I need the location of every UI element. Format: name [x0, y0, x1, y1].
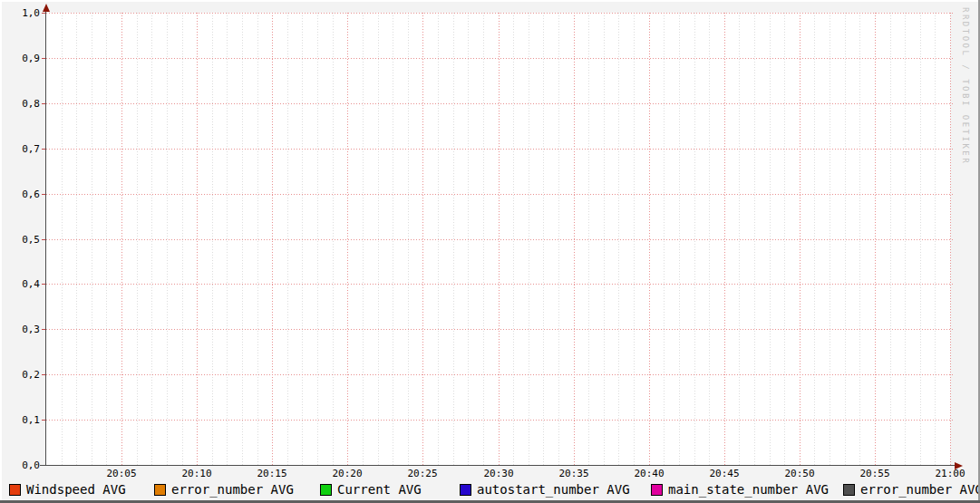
legend-label: Current AVG	[337, 483, 422, 497]
x-tick-label: 20:55	[859, 469, 889, 479]
rrdtool-watermark: RRDTOOL / TOBI OETIKER	[961, 7, 970, 165]
y-tick-label: 0,8	[0, 99, 40, 109]
legend-label: autostart_number AVG	[477, 483, 630, 497]
bevel-top	[0, 0, 980, 2]
x-tick-label: 20:15	[257, 469, 286, 479]
legend-swatch	[843, 484, 855, 496]
x-tick-label: 20:30	[483, 469, 513, 479]
legend-item: Windspeed AVG	[9, 482, 126, 498]
gridline-horizontal-major	[46, 374, 954, 375]
x-tick-label: 20:20	[332, 469, 362, 479]
x-tick-label: 20:05	[106, 469, 136, 479]
y-axis-line	[45, 8, 46, 466]
x-axis-line	[40, 465, 956, 466]
legend-item: error_number AVG	[154, 482, 294, 498]
legend-swatch	[9, 484, 21, 496]
legend-swatch	[460, 484, 471, 496]
x-tick-label: 20:40	[634, 469, 664, 479]
gridline-horizontal-major	[46, 103, 954, 104]
gridline-horizontal-major	[46, 58, 954, 59]
legend-label: error_number AVG	[860, 483, 980, 497]
gridline-horizontal-major	[46, 194, 954, 195]
legend-label: error_number AVG	[171, 483, 294, 497]
y-tick-label: 0,7	[0, 144, 40, 154]
gridline-horizontal-major	[46, 239, 954, 240]
y-tick-label: 0,3	[0, 324, 40, 334]
legend-item: error_number AVG	[843, 482, 980, 498]
y-tick-label: 0,4	[0, 279, 40, 289]
x-tick-label: 20:25	[407, 469, 437, 479]
y-axis-arrow-icon	[43, 4, 50, 12]
x-tick-label: 20:50	[784, 469, 814, 479]
x-tick-label: 20:45	[709, 469, 739, 479]
gridline-horizontal-major	[46, 329, 954, 330]
gridline-horizontal-major	[46, 149, 954, 150]
legend-label: main_state_number AVG	[668, 483, 829, 497]
legend-item: Current AVG	[320, 482, 422, 498]
gridline-horizontal-major	[46, 284, 954, 285]
y-tick-label: 0,6	[0, 189, 40, 199]
legend-swatch	[154, 484, 166, 496]
x-tick-label: 20:10	[181, 469, 211, 479]
y-tick-label: 1,0	[0, 8, 40, 18]
y-tick-label: 0,2	[0, 370, 40, 380]
rrdtool-graph: 0,00,10,20,30,40,50,60,70,80,91,0 20:052…	[0, 0, 980, 503]
x-tick-label: 20:35	[558, 469, 588, 479]
legend-swatch	[320, 484, 332, 496]
legend-item: main_state_number AVG	[651, 482, 829, 498]
legend-item: autostart_number AVG	[460, 482, 630, 498]
y-tick-label: 0,5	[0, 235, 40, 245]
legend-swatch	[651, 484, 663, 496]
y-tick-label: 0,1	[0, 415, 40, 425]
gridline-horizontal-major	[46, 420, 954, 421]
legend-label: Windspeed AVG	[26, 483, 126, 497]
y-tick-label: 0,9	[0, 53, 40, 63]
gridline-horizontal-major	[46, 13, 954, 14]
bevel-left	[0, 0, 2, 503]
x-tick-label: 21:00	[935, 469, 965, 479]
y-tick-label: 0,0	[0, 460, 40, 470]
